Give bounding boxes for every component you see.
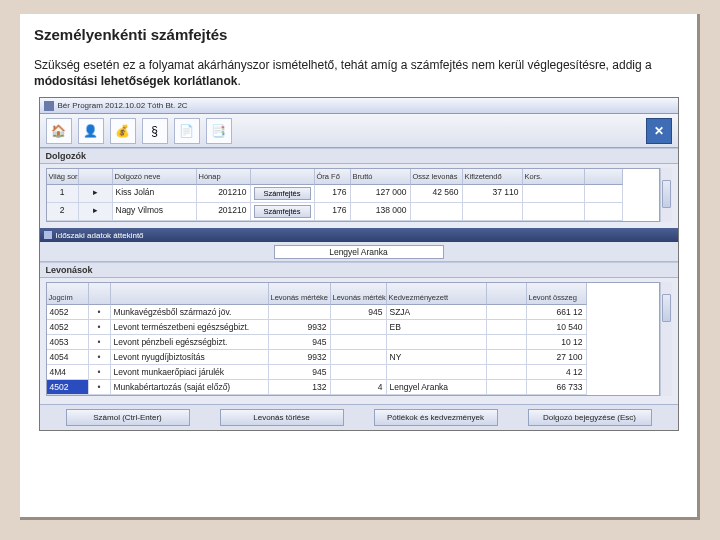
potlekok-button[interactable]: Pótlékok és kedvezmények: [374, 409, 498, 426]
scrollbar-thumb[interactable]: [662, 294, 671, 322]
cell-mFt: 132: [269, 380, 331, 395]
cell-blank: [487, 350, 527, 365]
scrollbar[interactable]: [660, 168, 672, 222]
table-row[interactable]: 4502•Munkabértartozás (saját előző)1324L…: [47, 380, 659, 395]
cell-mFt: [269, 305, 331, 320]
cell-dot[interactable]: •: [89, 320, 111, 335]
table-row[interactable]: 4052•Levont természetbeni egészségbizt.9…: [47, 320, 659, 335]
cell-mPc: [331, 365, 387, 380]
page-title: Személyenkénti számfejtés: [34, 26, 683, 43]
cell-desc: Levont pénzbeli egészségbizt.: [111, 335, 269, 350]
cell-blank: [487, 335, 527, 350]
cell-lev: 66 733: [527, 380, 587, 395]
cell-blank: [487, 365, 527, 380]
tool-money-icon[interactable]: 💰: [110, 118, 136, 144]
col2-jogcim: Jogcím: [47, 283, 89, 305]
cell-code: 4052: [47, 320, 89, 335]
cell-brutto: 138 000: [351, 203, 411, 221]
table-row[interactable]: 2 ▸ Nagy Vilmos 201210 Számfejtés 176 13…: [47, 203, 659, 221]
cell-name: Kiss Jolán: [113, 185, 197, 203]
cell-desc: Levont nyugdíjbiztosítás: [111, 350, 269, 365]
cell-code: 4052: [47, 305, 89, 320]
cell-mPc: [331, 350, 387, 365]
table-row[interactable]: 4054•Levont nyugdíjbiztosítás9932NY27 10…: [47, 350, 659, 365]
tool-export-icon[interactable]: 📑: [206, 118, 232, 144]
cell-kedv: [387, 335, 487, 350]
cell-btn: Számfejtés: [251, 203, 315, 221]
col2-lev: Levont összeg: [527, 283, 587, 305]
szamfejtes-button[interactable]: Számfejtés: [254, 205, 311, 218]
col-action: [251, 169, 315, 185]
cell-ora: 176: [315, 203, 351, 221]
cell-lev: 27 100: [527, 350, 587, 365]
cell-lev: 42 560: [411, 185, 463, 203]
cell-mPc: [331, 335, 387, 350]
deductions-grid[interactable]: Jogcím Levonás mértéke (Ft) Levonás mért…: [46, 282, 660, 396]
toolbar: 🏠 👤 💰 § 📄 📑 ✕: [40, 114, 678, 148]
cell-dot[interactable]: •: [89, 305, 111, 320]
cell-dot[interactable]: •: [89, 380, 111, 395]
window2-titlebar[interactable]: Időszaki adatok áttekintő: [40, 228, 678, 242]
szamol-button[interactable]: Számol (Ctrl-Enter): [66, 409, 190, 426]
cell-mPc: [331, 320, 387, 335]
col2-mFt: Levonás mértéke (Ft): [269, 283, 331, 305]
window1-titlebar[interactable]: Bér Program 2012.10.02 Tóth Bt. 2C: [40, 98, 678, 114]
desc-text-2: .: [237, 74, 240, 88]
cell-blank: [487, 305, 527, 320]
cell-brutto: 127 000: [351, 185, 411, 203]
cell-end: [585, 203, 623, 221]
cell-sel-icon[interactable]: ▸: [79, 203, 113, 221]
levonas-torlese-button[interactable]: Levonás törlése: [220, 409, 344, 426]
table-row[interactable]: 1 ▸ Kiss Jolán 201210 Számfejtés 176 127…: [47, 185, 659, 203]
tool-report-icon[interactable]: 📄: [174, 118, 200, 144]
window1-title: Bér Program 2012.10.02 Tóth Bt. 2C: [58, 101, 188, 110]
tool-paragraph-icon[interactable]: §: [142, 118, 168, 144]
cell-dot[interactable]: •: [89, 365, 111, 380]
cell-desc: Levont munkaerőpiaci járulék: [111, 365, 269, 380]
cell-code: 4053: [47, 335, 89, 350]
cell-kor: [523, 185, 585, 203]
table-row[interactable]: 4052•Munkavégzésből származó jöv.945SZJA…: [47, 305, 659, 320]
cell-sel-icon[interactable]: ▸: [79, 185, 113, 203]
cell-kif: [463, 203, 523, 221]
cell-mFt: 945: [269, 365, 331, 380]
table-row[interactable]: 4053•Levont pénzbeli egészségbizt.94510 …: [47, 335, 659, 350]
app-window: Bér Program 2012.10.02 Tóth Bt. 2C 🏠 👤 💰…: [39, 97, 679, 431]
tool-home-icon[interactable]: 🏠: [46, 118, 72, 144]
cell-dot[interactable]: •: [89, 335, 111, 350]
col2-blank: [89, 283, 111, 305]
cell-mPc: 4: [331, 380, 387, 395]
dolgozo-bejegyzese-button[interactable]: Dolgozó bejegyzése (Esc): [528, 409, 652, 426]
col-end: [585, 169, 623, 185]
cell-dot[interactable]: •: [89, 350, 111, 365]
szamfejtes-button[interactable]: Számfejtés: [254, 187, 311, 200]
button-bar: Számol (Ctrl-Enter) Levonás törlése Pótl…: [40, 404, 678, 430]
close-button[interactable]: ✕: [646, 118, 672, 144]
col2-kedv: Kedvezményezett: [387, 283, 487, 305]
cell-sor: 2: [47, 203, 79, 221]
cell-kedv: EB: [387, 320, 487, 335]
cell-code: 4502: [47, 380, 89, 395]
scrollbar-thumb[interactable]: [662, 180, 671, 208]
section-dolgozok: Dolgozók: [40, 148, 678, 164]
tool-user-icon[interactable]: 👤: [78, 118, 104, 144]
desc-text-1: Szükség esetén ez a folyamat akárhányszo…: [34, 58, 652, 72]
table-row[interactable]: 4M4•Levont munkaerőpiaci járulék9454 12: [47, 365, 659, 380]
cell-code: 4054: [47, 350, 89, 365]
employees-grid[interactable]: Világ sorsz. Dolgozó neve Hónap Óra Fő B…: [46, 168, 660, 222]
section-levonasok: Levonások: [40, 262, 678, 278]
cell-kedv: Lengyel Aranka: [387, 380, 487, 395]
col2-blank2: [487, 283, 527, 305]
scrollbar[interactable]: [660, 282, 672, 396]
cell-ora: 176: [315, 185, 351, 203]
cell-kif: 37 110: [463, 185, 523, 203]
cell-honap: 201210: [197, 203, 251, 221]
cell-blank: [487, 380, 527, 395]
cell-name: Nagy Vilmos: [113, 203, 197, 221]
col-honap: Hónap: [197, 169, 251, 185]
employee-name-field[interactable]: Lengyel Aranka: [274, 245, 444, 259]
cell-mFt: 9932: [269, 350, 331, 365]
cell-lev: 10 12: [527, 335, 587, 350]
cell-mPc: 945: [331, 305, 387, 320]
cell-kedv: [387, 365, 487, 380]
